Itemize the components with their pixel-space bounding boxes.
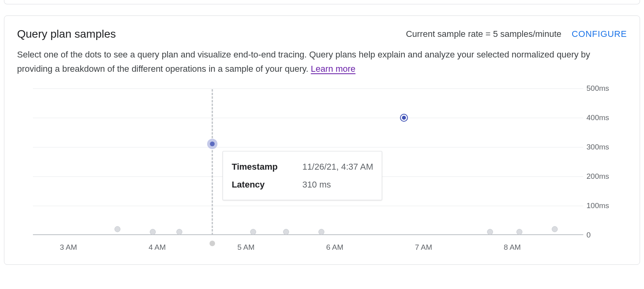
description-text: Select one of the dots to see a query pl… — [17, 50, 590, 74]
sample-point[interactable] — [250, 229, 256, 235]
chart-tooltip: Timestamp11/26/21, 4:37 AMLatency310 ms — [223, 151, 383, 200]
tooltip-timestamp-value: 11/26/21, 4:37 AM — [302, 158, 373, 176]
hover-axis-marker — [210, 241, 215, 246]
x-axis-label: 6 AM — [326, 243, 343, 252]
y-axis-label: 200ms — [586, 172, 622, 181]
gridline — [33, 88, 583, 89]
sample-point[interactable] — [552, 226, 558, 232]
learn-more-link[interactable]: Learn more — [311, 64, 356, 74]
query-plan-samples-card: Query plan samples Current sample rate =… — [4, 15, 640, 265]
tooltip-timestamp-label: Timestamp — [232, 158, 295, 176]
sample-rate-text: Current sample rate = 5 samples/minute — [406, 29, 561, 39]
card-header: Query plan samples Current sample rate =… — [17, 28, 627, 40]
sample-point[interactable] — [150, 229, 156, 235]
x-axis-label: 3 AM — [60, 243, 77, 252]
hover-guideline — [211, 89, 213, 235]
y-axis-label: 0 — [586, 231, 622, 239]
tooltip-latency-label: Latency — [232, 176, 295, 193]
sample-point[interactable] — [114, 226, 120, 232]
x-axis-line — [33, 234, 583, 235]
x-axis-label: 5 AM — [237, 243, 254, 252]
tooltip-latency-value: 310 ms — [302, 176, 331, 193]
plot-area: Timestamp11/26/21, 4:37 AMLatency310 ms — [33, 88, 583, 235]
latency-scatter-chart[interactable]: Timestamp11/26/21, 4:37 AMLatency310 ms … — [17, 84, 627, 255]
y-axis-label: 100ms — [586, 201, 622, 210]
y-axis-label: 400ms — [586, 113, 622, 122]
x-axis-label: 4 AM — [149, 243, 166, 252]
x-axis-label: 7 AM — [415, 243, 432, 252]
chart-wrapper: Timestamp11/26/21, 4:37 AMLatency310 ms … — [17, 84, 627, 255]
configure-button[interactable]: CONFIGURE — [572, 29, 627, 39]
card-description: Select one of the dots to see a query pl… — [17, 48, 604, 77]
y-axis-label: 500ms — [586, 84, 622, 93]
sample-point[interactable] — [319, 229, 325, 235]
sample-point[interactable] — [400, 114, 408, 122]
gridline — [33, 206, 583, 206]
card-header-right: Current sample rate = 5 samples/minute C… — [406, 29, 627, 39]
gridline — [33, 147, 583, 147]
sample-point[interactable] — [207, 139, 217, 149]
sample-point[interactable] — [283, 229, 289, 235]
sample-point[interactable] — [516, 229, 522, 235]
y-axis-label: 300ms — [586, 143, 622, 151]
gridline — [33, 118, 583, 118]
sample-point[interactable] — [487, 229, 493, 235]
previous-card-edge — [4, 0, 640, 4]
x-axis-label: 8 AM — [504, 243, 521, 252]
card-title: Query plan samples — [17, 28, 116, 40]
sample-point[interactable] — [177, 229, 183, 235]
